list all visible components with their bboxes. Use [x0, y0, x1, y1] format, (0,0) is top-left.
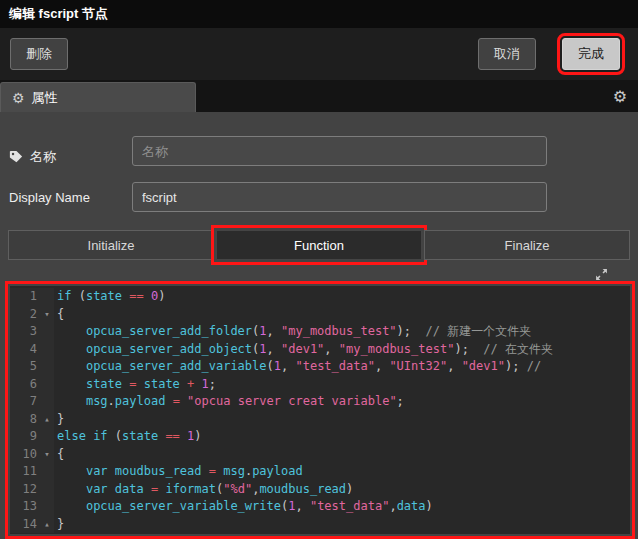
fold-toggle-icon[interactable]: ▾: [40, 446, 54, 464]
line-number: 5: [10, 358, 40, 376]
name-label: 名称: [30, 148, 56, 166]
code-editor[interactable]: 1if (state == 0)2▾{3 opcua_server_add_fo…: [10, 286, 630, 534]
line-number: 13: [10, 498, 40, 516]
name-label-group: 名称: [9, 142, 56, 172]
code-text: var data = iformat("%d",moudbus_read): [54, 481, 353, 499]
code-text: msg.payload = "opcua server creat variab…: [54, 393, 404, 411]
line-number: 7: [10, 393, 40, 411]
line-number: 8: [10, 411, 40, 429]
fold-gutter: [40, 358, 54, 376]
code-line[interactable]: 2▾{: [10, 306, 630, 324]
code-text: else if (state == 1): [54, 428, 202, 446]
fold-gutter: [40, 288, 54, 306]
code-line[interactable]: 8▴}: [10, 411, 630, 429]
code-line[interactable]: 11 var moudbus_read = msg.payload: [10, 463, 630, 481]
line-number: 9: [10, 428, 40, 446]
expand-editor-icon[interactable]: [595, 268, 608, 281]
dialog-title: 编辑 fscript 节点: [0, 0, 638, 28]
properties-tab-bar: ⚙ 属性 ⚙: [0, 80, 638, 112]
fold-gutter: [40, 498, 54, 516]
line-number: 10: [10, 446, 40, 464]
display-name-label: Display Name: [9, 182, 90, 212]
code-line[interactable]: 6 state = state + 1;: [10, 376, 630, 394]
code-line[interactable]: 3 opcua_server_add_folder(1, "my_modbus_…: [10, 323, 630, 341]
code-line[interactable]: 5 opcua_server_add_variable(1, "test_dat…: [10, 358, 630, 376]
fold-toggle-icon[interactable]: ▾: [40, 306, 54, 324]
tag-icon: [9, 150, 23, 164]
tab-initialize[interactable]: Initialize: [8, 230, 214, 260]
line-number: 12: [10, 481, 40, 499]
fold-gutter: [40, 341, 54, 359]
fold-gutter: [40, 428, 54, 446]
fold-toggle-icon[interactable]: ▴: [40, 411, 54, 429]
code-line[interactable]: 14▴}: [10, 516, 630, 534]
code-text: state = state + 1;: [54, 376, 216, 394]
fold-gutter: [40, 376, 54, 394]
code-text: opcua_server_variable_write(1, "test_dat…: [54, 498, 433, 516]
line-number: 1: [10, 288, 40, 306]
line-number: 11: [10, 463, 40, 481]
code-text: opcua_server_add_variable(1, "test_data"…: [54, 358, 541, 376]
code-line[interactable]: 4 opcua_server_add_object(1, "dev1", "my…: [10, 341, 630, 359]
code-text: if (state == 0): [54, 288, 165, 306]
done-button[interactable]: 完成: [562, 38, 620, 70]
node-properties-form: 名称 Display Name InitializeFunctionFinali…: [0, 112, 638, 539]
line-number: 2: [10, 306, 40, 324]
code-line[interactable]: 9else if (state == 1): [10, 428, 630, 446]
fold-gutter: [40, 393, 54, 411]
code-text: opcua_server_add_object(1, "dev1", "my_m…: [54, 341, 553, 359]
tab-properties-label: 属性: [32, 89, 58, 107]
code-line[interactable]: 7 msg.payload = "opcua server creat vari…: [10, 393, 630, 411]
code-line[interactable]: 10▾{: [10, 446, 630, 464]
code-text: }: [54, 516, 64, 534]
display-name-input[interactable]: [132, 182, 547, 212]
properties-gear-icon: ⚙: [12, 91, 25, 105]
code-text: }: [54, 411, 64, 429]
line-number: 14: [10, 516, 40, 534]
line-number: 3: [10, 323, 40, 341]
tab-function[interactable]: Function: [216, 230, 422, 260]
edit-node-dialog: 编辑 fscript 节点 删除 取消 完成 ⚙ 属性 ⚙ 名称 Display…: [0, 0, 638, 539]
delete-button[interactable]: 删除: [10, 38, 68, 70]
settings-gear-icon[interactable]: ⚙: [613, 87, 627, 106]
name-input[interactable]: [132, 136, 547, 166]
line-number: 6: [10, 376, 40, 394]
cancel-button[interactable]: 取消: [478, 38, 536, 70]
code-text: {: [54, 446, 64, 464]
function-tab-bar: InitializeFunctionFinalize: [8, 230, 630, 260]
code-line[interactable]: 1if (state == 0): [10, 288, 630, 306]
fold-toggle-icon[interactable]: ▴: [40, 516, 54, 534]
line-number: 4: [10, 341, 40, 359]
code-text: opcua_server_add_folder(1, "my_modbus_te…: [54, 323, 531, 341]
fold-gutter: [40, 323, 54, 341]
fold-gutter: [40, 463, 54, 481]
code-line[interactable]: 13 opcua_server_variable_write(1, "test_…: [10, 498, 630, 516]
code-text: {: [54, 306, 64, 324]
fold-gutter: [40, 481, 54, 499]
dialog-toolbar: 删除 取消 完成: [0, 28, 638, 80]
code-line[interactable]: 12 var data = iformat("%d",moudbus_read): [10, 481, 630, 499]
code-text: var moudbus_read = msg.payload: [54, 463, 303, 481]
tab-properties[interactable]: ⚙ 属性: [0, 82, 196, 112]
tab-finalize[interactable]: Finalize: [424, 230, 630, 260]
